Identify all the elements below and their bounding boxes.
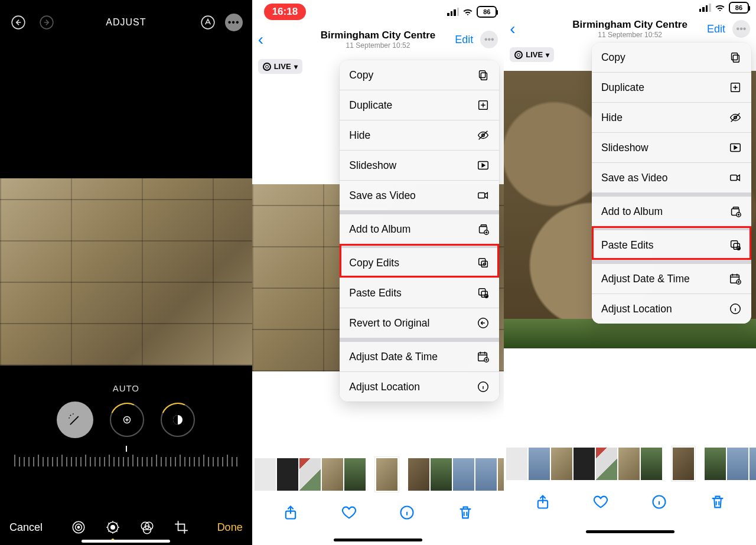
menu-copy-edits[interactable]: Copy Edits	[340, 244, 499, 278]
thumbnail-strip[interactable]	[252, 458, 504, 491]
menu-save-as-video[interactable]: Save as Video	[592, 162, 751, 192]
thumb[interactable]	[727, 448, 748, 480]
live-icon	[263, 63, 271, 71]
menu-label: Adjust Date & Time	[601, 273, 690, 285]
thumb[interactable]	[596, 448, 617, 480]
filters-tab-icon[interactable]	[139, 519, 155, 536]
menu-adjust-date-time[interactable]: Adjust Date & Time	[340, 338, 499, 371]
thumb-current[interactable]	[376, 458, 397, 491]
nav-bar: ‹ Birmingham City Centre 11 September 10…	[504, 14, 756, 44]
svg-point-55	[77, 526, 79, 528]
chevron-down-icon: ▾	[294, 63, 298, 71]
adjust-controls	[57, 402, 195, 438]
home-indicator[interactable]	[82, 540, 170, 543]
menu-label: Slideshow	[601, 142, 649, 154]
crop-tab-icon[interactable]	[173, 519, 190, 536]
live-badge[interactable]: LIVE ▾	[258, 59, 302, 74]
svg-point-72	[484, 263, 486, 265]
exposure-button[interactable]	[110, 403, 144, 437]
menu-copy[interactable]: Copy	[592, 43, 751, 72]
battery-level: 86	[483, 8, 490, 15]
thumb[interactable]	[453, 458, 474, 491]
thumb[interactable]	[750, 448, 756, 480]
info-icon[interactable]	[651, 494, 667, 510]
battery-icon: 86	[477, 6, 497, 18]
thumb[interactable]	[255, 458, 276, 491]
thumb[interactable]	[551, 448, 572, 480]
menu-duplicate[interactable]: Duplicate	[340, 90, 499, 120]
share-icon[interactable]	[535, 494, 551, 510]
favorite-icon[interactable]	[341, 504, 357, 521]
thumb[interactable]	[641, 448, 662, 480]
live-badge[interactable]: LIVE ▾	[510, 47, 554, 62]
thumb[interactable]	[322, 458, 343, 491]
menu-save-as-video[interactable]: Save as Video	[340, 180, 499, 210]
thumb[interactable]	[431, 458, 452, 491]
wifi-icon	[462, 6, 473, 17]
cancel-button[interactable]: Cancel	[9, 521, 43, 534]
menu-slideshow[interactable]: Slideshow	[340, 150, 499, 180]
recording-pill[interactable]: 16:18	[264, 4, 306, 20]
menu-label: Add to Album	[349, 223, 410, 236]
adjust-slider[interactable]	[14, 449, 238, 469]
thumb[interactable]	[299, 458, 321, 491]
menu-adjust-date-time[interactable]: Adjust Date & Time	[592, 260, 751, 293]
live-tab-icon[interactable]	[70, 519, 87, 536]
thumbnail-strip[interactable]	[504, 448, 756, 480]
screenshot-editor: ADJUST ••• AUTO	[0, 0, 252, 545]
live-icon	[514, 51, 523, 59]
menu-slideshow[interactable]: Slideshow	[592, 132, 751, 162]
favorite-icon[interactable]	[592, 494, 609, 510]
thumb[interactable]	[618, 448, 640, 480]
live-label: LIVE	[526, 50, 543, 59]
thumb[interactable]	[344, 458, 366, 491]
menu-paste-edits[interactable]: Paste Edits	[340, 278, 499, 308]
editor-photo[interactable]	[0, 178, 252, 365]
done-button[interactable]: Done	[217, 521, 243, 534]
screenshot-photo-view-copy-edits: 16:18 86 ‹ Birmingham City Centre 11 Sep…	[252, 0, 504, 545]
video-icon	[477, 189, 490, 202]
menu-adjust-location[interactable]: Adjust Location	[592, 293, 751, 324]
thumb[interactable]	[705, 448, 726, 480]
svg-rect-83	[732, 53, 738, 60]
signal-icon	[447, 8, 459, 16]
hide-icon	[477, 129, 490, 142]
menu-revert[interactable]: Revert to Original	[340, 308, 499, 338]
thumb[interactable]	[277, 458, 298, 491]
menu-label: Paste Edits	[601, 239, 654, 252]
adjust-panel	[0, 365, 252, 545]
thumb[interactable]	[408, 458, 429, 491]
brilliance-button[interactable]	[161, 403, 195, 437]
menu-add-to-album[interactable]: Add to Album	[592, 192, 751, 226]
thumb[interactable]	[498, 458, 504, 491]
menu-add-to-album[interactable]: Add to Album	[340, 210, 499, 244]
menu-copy[interactable]: Copy	[340, 60, 499, 90]
thumb[interactable]	[475, 458, 497, 491]
menu-hide[interactable]: Hide	[340, 120, 499, 150]
status-bar: 86	[504, 0, 756, 14]
thumb[interactable]	[529, 448, 550, 480]
menu-label: Hide	[349, 129, 370, 142]
share-icon[interactable]	[282, 504, 299, 521]
home-indicator[interactable]	[334, 539, 422, 541]
svg-point-57	[111, 526, 115, 530]
svg-rect-89	[733, 207, 738, 209]
paste-edits-icon	[477, 286, 490, 299]
menu-duplicate[interactable]: Duplicate	[592, 72, 751, 102]
editor-title: ADJUST	[0, 17, 252, 28]
thumb[interactable]	[573, 448, 595, 480]
battery-icon: 86	[729, 2, 749, 14]
thumb-current[interactable]	[673, 448, 694, 480]
info-icon[interactable]	[399, 504, 415, 521]
menu-hide[interactable]: Hide	[592, 102, 751, 132]
trash-icon[interactable]	[709, 494, 726, 510]
bottom-toolbar	[252, 498, 504, 527]
adjust-tab-icon[interactable]	[105, 519, 121, 536]
thumb[interactable]	[506, 448, 527, 480]
menu-adjust-location[interactable]: Adjust Location	[340, 371, 499, 402]
auto-enhance-button[interactable]	[57, 402, 93, 438]
home-indicator[interactable]	[586, 530, 674, 533]
slider-indicator	[126, 446, 127, 452]
menu-paste-edits[interactable]: Paste Edits	[592, 226, 751, 260]
trash-icon[interactable]	[457, 504, 474, 521]
